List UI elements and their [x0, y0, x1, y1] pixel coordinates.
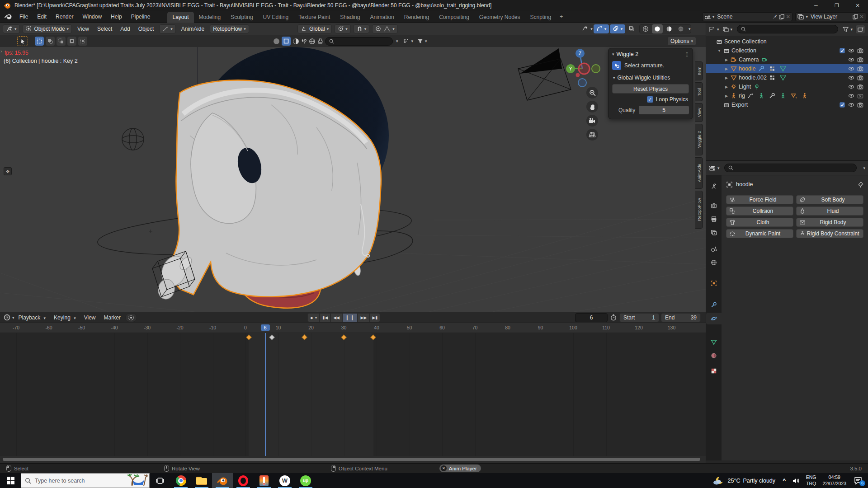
- weather-desc[interactable]: Partly cloudy: [743, 478, 776, 484]
- globe-icon[interactable]: [309, 38, 316, 45]
- hidden-icons-chevron[interactable]: ^: [783, 477, 786, 484]
- jump-to-end-button[interactable]: ▶▮: [369, 313, 380, 322]
- hide-viewport-toggle[interactable]: [847, 56, 855, 63]
- snap-toggle[interactable]: ▾: [354, 24, 370, 33]
- maximize-button[interactable]: ❐: [826, 0, 847, 11]
- hide-viewport-toggle[interactable]: [847, 92, 855, 99]
- physics-rigid-body-button[interactable]: Rigid Body: [796, 218, 863, 227]
- outliner-search-input[interactable]: [737, 25, 838, 33]
- expand-icon[interactable]: ▶: [723, 58, 730, 62]
- outliner-row-collection[interactable]: ▼Collection: [706, 46, 868, 55]
- tab-modeling[interactable]: Modeling: [194, 12, 226, 23]
- outliner-row-rig[interactable]: ▶rig4: [706, 91, 868, 100]
- npanel-tab-retopoflow[interactable]: RetopoFlow: [695, 191, 703, 229]
- disable-render-toggle[interactable]: [856, 83, 864, 90]
- outliner-item-label[interactable]: Scene Collection: [724, 38, 767, 45]
- properties-tab-objdata[interactable]: [706, 336, 722, 348]
- new-layer-icon[interactable]: [853, 14, 858, 19]
- outliner-item-label[interactable]: hoodie.002: [739, 75, 767, 81]
- outliner-filter-collection-dropdown[interactable]: ▾: [723, 27, 733, 32]
- disable-render-toggle[interactable]: [856, 74, 864, 81]
- end-frame-field[interactable]: End39: [661, 313, 701, 322]
- expand-icon[interactable]: ▶: [723, 94, 730, 98]
- scene-selector[interactable]: ▾ Scene 📌︎ ✕: [702, 12, 793, 21]
- properties-tab-material[interactable]: [706, 350, 722, 361]
- shading-wireframe-button[interactable]: [640, 24, 651, 33]
- render-disabled-toggle[interactable]: [856, 92, 864, 99]
- overlays-toggle[interactable]: ▾: [610, 24, 625, 33]
- menu-pipeline[interactable]: Pipeline: [127, 14, 155, 20]
- hide-viewport-toggle[interactable]: [847, 101, 855, 108]
- viewport-menu-select[interactable]: Select: [93, 26, 116, 32]
- properties-tab-object[interactable]: [706, 277, 722, 289]
- physics-fluid-button[interactable]: Fluid: [796, 206, 863, 216]
- timeline-tracks[interactable]: [0, 333, 706, 456]
- select-mode-invert-button[interactable]: [67, 37, 76, 46]
- properties-editor-type-dropdown[interactable]: ▾: [709, 165, 720, 171]
- anim-player-status[interactable]: ✕ Anim Player: [439, 465, 481, 472]
- tab-animation[interactable]: Animation: [365, 12, 399, 23]
- sphere-half-icon[interactable]: [292, 38, 299, 45]
- search-highlight-beach-image[interactable]: [127, 474, 148, 488]
- new-collection-button[interactable]: [855, 25, 865, 34]
- pause-button[interactable]: ❙❙: [342, 313, 358, 322]
- add-workspace-button[interactable]: +: [556, 14, 566, 20]
- outliner-item-label[interactable]: rig: [739, 93, 745, 99]
- playhead-frame-badge[interactable]: 6: [260, 324, 269, 331]
- scene-name[interactable]: Scene: [714, 14, 772, 20]
- tab-uv-editing[interactable]: UV Editing: [258, 12, 294, 23]
- timeline-view-menu[interactable]: View: [80, 314, 100, 321]
- proportional-editing-toggle[interactable]: ▾: [372, 24, 398, 33]
- weather-icon[interactable]: [712, 475, 724, 486]
- outliner-row-camera[interactable]: ▶Camera: [706, 55, 868, 64]
- blender-menu-logo-icon[interactable]: [0, 14, 15, 20]
- pivot-point-dropdown[interactable]: ▾: [335, 24, 351, 33]
- menu-window[interactable]: Window: [78, 14, 106, 20]
- notification-icon[interactable]: 6: [854, 477, 863, 485]
- unlink-scene-icon[interactable]: ✕: [786, 14, 790, 20]
- taskbar-search-input[interactable]: Type here to search: [21, 473, 150, 488]
- collapse-icon[interactable]: ▾: [612, 52, 614, 56]
- properties-search-input[interactable]: [724, 164, 857, 172]
- physics-rigid-body-constraint-button[interactable]: Rigid Body Constraint: [796, 229, 863, 238]
- keying-menu[interactable]: Keying ▾: [50, 314, 80, 321]
- loop-physics-checkbox[interactable]: ✓: [647, 96, 653, 103]
- paint-drops-icon[interactable]: [301, 38, 307, 45]
- select-mode-subtract-button[interactable]: [57, 37, 66, 46]
- shading-solid-button[interactable]: [652, 24, 663, 33]
- view-layer-selector[interactable]: ▾ View Layer ✕: [795, 12, 866, 21]
- viewport-menu-add[interactable]: Add: [116, 26, 134, 32]
- pin-icon[interactable]: 📌︎: [772, 14, 778, 20]
- material-slot-icon[interactable]: [273, 38, 280, 45]
- chevron-down-icon[interactable]: ▾: [396, 39, 398, 43]
- retopoflow-dropdown[interactable]: RetopoFlow ▾: [210, 24, 249, 33]
- remove-layer-icon[interactable]: ✕: [859, 14, 864, 20]
- task-view-button[interactable]: [150, 473, 170, 488]
- mode-dropdown[interactable]: Object Mode ▾: [23, 24, 72, 33]
- filter-type-dropdown[interactable]: ▾: [403, 38, 414, 44]
- weather-temp[interactable]: 25°C: [728, 478, 741, 484]
- camera-view-button[interactable]: [586, 115, 598, 127]
- keyframe-diamond[interactable]: [269, 334, 275, 340]
- tab-layout[interactable]: Layout: [167, 12, 193, 23]
- outliner-row-light[interactable]: ▶Light: [706, 82, 868, 91]
- disable-render-toggle[interactable]: [856, 65, 864, 72]
- physics-collision-button[interactable]: Collision: [726, 206, 793, 216]
- playhead-line[interactable]: [265, 333, 266, 456]
- xray-toggle[interactable]: [626, 24, 637, 33]
- select-mode-intersect-button[interactable]: [78, 37, 87, 46]
- viewport-menu-view[interactable]: View: [73, 26, 93, 32]
- properties-tab-viewlayer[interactable]: [706, 227, 722, 239]
- wiggle-panel-title[interactable]: Wiggle 2: [617, 51, 639, 57]
- editor-type-button[interactable]: ▾: [3, 24, 20, 33]
- asset-search-input[interactable]: [325, 37, 393, 46]
- physics-soft-body-button[interactable]: Soft Body: [796, 195, 863, 204]
- outliner-item-label[interactable]: hoodie: [739, 66, 756, 72]
- options-dropdown[interactable]: Options ▾: [667, 37, 696, 46]
- start-button[interactable]: [0, 473, 21, 488]
- shading-material-button[interactable]: [664, 24, 675, 33]
- properties-tab-texture[interactable]: [706, 365, 722, 377]
- navigation-gizmo[interactable]: Z Y: [561, 47, 610, 92]
- outliner-row-scene-collection[interactable]: Scene Collection: [706, 37, 868, 46]
- outliner-item-label[interactable]: Camera: [739, 56, 759, 63]
